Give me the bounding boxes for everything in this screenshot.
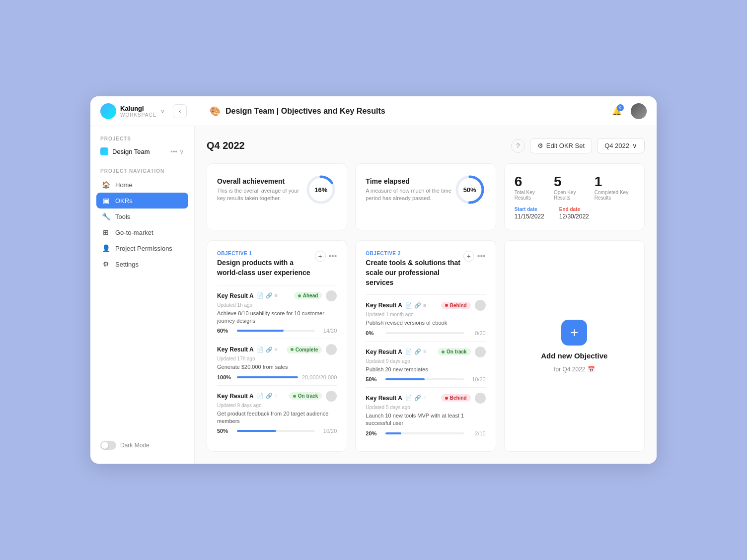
file-icon: 📄	[405, 395, 412, 401]
header-left: Kalungi WORKSPACE ∨ ‹	[100, 103, 200, 119]
end-date-label: End date	[559, 207, 589, 212]
quarter-selector-button[interactable]: Q4 2022 ∨	[597, 138, 645, 153]
time-desc: A measure of how much of the time period…	[366, 187, 453, 203]
kr2-3-icons: 📄 🔗 ≡	[405, 395, 426, 401]
expand-icon[interactable]: ∨	[179, 148, 184, 155]
kr2-1-desc: Publish revised versions of ebook	[366, 319, 485, 327]
kr1-1-avatar	[326, 290, 337, 301]
kr2-3-score: 2/10	[468, 430, 486, 436]
workspace-logo	[100, 103, 116, 119]
sidebar-item-gtm-label: Go-to-market	[115, 229, 153, 236]
kr1-3-score: 10/20	[319, 428, 337, 434]
app-window: Kalungi WORKSPACE ∨ ‹ 🎨 Design Team | Ob…	[90, 96, 657, 463]
obj2-title: Create tools & solutions that scale our …	[366, 258, 463, 287]
workspace-info: Kalungi WORKSPACE	[120, 105, 156, 118]
sidebar-item-home[interactable]: 🏠 Home	[96, 177, 188, 193]
kr2-1-status: Behind	[441, 302, 471, 309]
obj2-add-button[interactable]: +	[463, 251, 474, 262]
user-avatar[interactable]	[631, 103, 647, 119]
kr1-3-avatar	[326, 391, 337, 402]
add-objective-sub: for Q4 2022 📅	[554, 366, 595, 373]
stats-row: Overall achievement This is the overall …	[207, 163, 645, 230]
toggle-knob	[101, 442, 108, 449]
obj1-label: OBJECTIVE 1	[217, 251, 315, 256]
page-icon: 🎨	[210, 106, 221, 117]
content-area: Q4 2022 ? ⚙ Edit OKR Set Q4 2022 ∨	[195, 126, 657, 463]
kr1-3-right: On track	[289, 391, 337, 402]
kr1-2-name: Key Result A	[217, 346, 254, 353]
sidebar-item-permissions-label: Project Permissions	[115, 245, 172, 252]
list-icon: ≡	[275, 347, 278, 353]
status-dot-icon	[298, 294, 301, 297]
add-objective-card[interactable]: + Add new Objective for Q4 2022 📅	[504, 240, 645, 451]
status-dot-icon	[291, 348, 294, 351]
status-dot-icon	[445, 304, 448, 307]
kr1-2-status: Complete	[287, 346, 322, 353]
kr1-3-name: Key Result A	[217, 393, 254, 400]
obj1-add-button[interactable]: +	[315, 251, 326, 262]
project-item-design-team[interactable]: Design Team ••• ∨	[96, 144, 188, 158]
completed-kr-stat: 1 Completed Key Results	[595, 174, 634, 201]
kr2-3-left: Key Result A 📄 🔗 ≡	[366, 395, 426, 402]
okrs-icon: ▣	[101, 197, 110, 205]
kr2-3-header: Key Result A 📄 🔗 ≡ Behind	[366, 393, 485, 404]
project-item-actions: ••• ∨	[170, 148, 184, 155]
obj1-info: OBJECTIVE 1 Design products with a world…	[217, 251, 315, 278]
total-kr-num: 6	[515, 174, 544, 190]
kr2-1-bar-wrap	[385, 332, 463, 334]
kr2-2-desc: Publish 20 new templates	[366, 366, 485, 373]
workspace-chevron-icon[interactable]: ∨	[160, 108, 165, 115]
kr2-1-score: 0/20	[468, 330, 486, 336]
kr2-3-desc: Launch 10 new tools MVP with at least 1 …	[366, 412, 485, 427]
nav-section: PROJECT NAVIGATION 🏠 Home ▣ OKRs 🔧 Tools…	[96, 168, 188, 272]
objectives-row: OBJECTIVE 1 Design products with a world…	[207, 240, 645, 451]
sidebar-item-settings-label: Settings	[115, 261, 139, 268]
edit-okr-button[interactable]: ⚙ Edit OKR Set	[530, 138, 592, 153]
kr-item: Key Result A 📄 🔗 ≡ Ahead	[217, 285, 337, 339]
add-objective-plus-button[interactable]: +	[561, 320, 587, 346]
help-button[interactable]: ?	[511, 139, 525, 153]
kr1-2-status-label: Complete	[296, 347, 318, 352]
sidebar-item-okrs[interactable]: ▣ OKRs	[96, 193, 188, 209]
kr2-1-updated: Updated 1 month ago	[366, 312, 485, 317]
kr2-2-bar	[385, 378, 425, 380]
kr1-1-status-label: Ahead	[303, 293, 318, 298]
dark-mode-switch[interactable]	[100, 441, 116, 450]
sidebar-bottom: Dark Mode	[96, 437, 188, 454]
more-icon[interactable]: •••	[170, 148, 177, 155]
kr1-3-bar	[237, 430, 276, 432]
open-kr-label: Open Key Results	[554, 190, 585, 201]
kr2-2-name: Key Result A	[366, 349, 402, 355]
kr2-3-updated: Updated 5 days ago	[366, 405, 485, 410]
sidebar-item-settings[interactable]: ⚙ Settings	[96, 256, 188, 272]
sidebar: PROJECTS Design Team ••• ∨ PROJECT NAVIG…	[90, 126, 195, 463]
sidebar-item-project-permissions[interactable]: 👤 Project Permissions	[96, 240, 188, 256]
nav-label: PROJECT NAVIGATION	[96, 168, 188, 174]
completed-kr-num: 1	[595, 174, 634, 190]
time-elapsed-card: Time elapsed A measure of how much of th…	[355, 163, 496, 230]
sidebar-item-tools[interactable]: 🔧 Tools	[96, 209, 188, 224]
kr1-2-bar	[237, 376, 298, 378]
objective-card-1: OBJECTIVE 1 Design products with a world…	[207, 240, 347, 451]
collapse-sidebar-button[interactable]: ‹	[173, 104, 187, 118]
sidebar-item-go-to-market[interactable]: ⊞ Go-to-market	[96, 224, 188, 240]
kr2-1-status-label: Behind	[450, 303, 467, 308]
link-icon: 🔗	[414, 395, 421, 401]
kr2-1-avatar	[475, 300, 486, 311]
content-header-right: ? ⚙ Edit OKR Set Q4 2022 ∨	[511, 138, 645, 153]
notification-button[interactable]: 🔔 0	[609, 103, 625, 119]
sidebar-item-okrs-label: OKRs	[115, 197, 133, 205]
obj1-more-icon[interactable]: •••	[329, 252, 337, 261]
kr1-3-status: On track	[289, 392, 322, 400]
kr2-2-avatar	[475, 347, 486, 357]
obj2-more-icon[interactable]: •••	[477, 252, 486, 261]
start-date-value: 11/15/2022	[515, 213, 544, 220]
kr1-2-icons: 📄 🔗 ≡	[257, 347, 278, 353]
file-icon: 📄	[405, 349, 412, 355]
kr1-3-status-label: On track	[298, 393, 318, 399]
list-icon: ≡	[275, 292, 278, 299]
kr1-1-desc: Achieve 8/10 usability score for 10 cust…	[217, 310, 337, 325]
kr1-2-score: 20,000/20,000	[302, 374, 337, 380]
list-icon: ≡	[423, 349, 426, 355]
dark-mode-toggle[interactable]: Dark Mode	[100, 441, 184, 450]
